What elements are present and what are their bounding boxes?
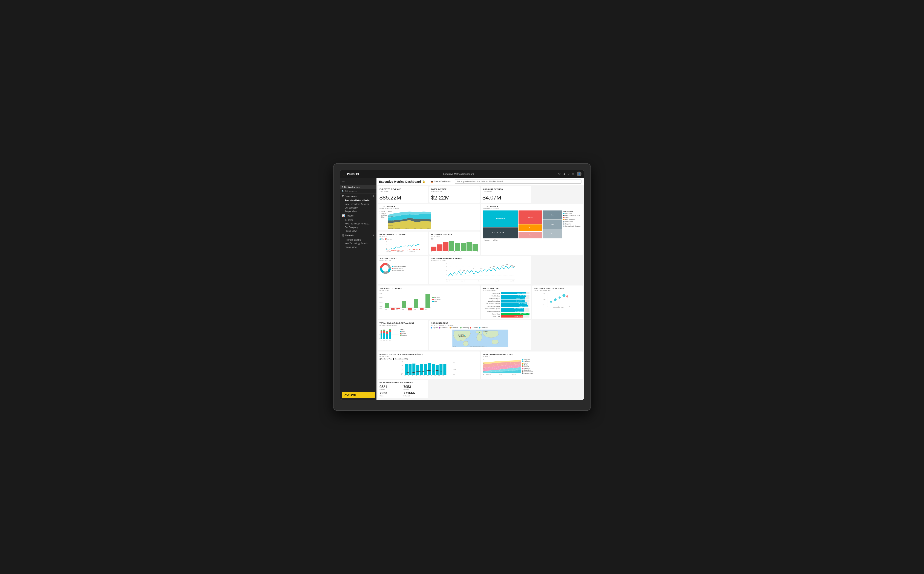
sidebar-item-new-tech-dataset[interactable]: New Technology Adoptio... [340,242,376,245]
svg-text:May 2015: May 2015 [486,374,491,375]
sidebar-item-new-technology[interactable]: New Technology Adoption [340,202,376,206]
tile-total-invoice-sub: Total Invoice BY SUB CATEGORY Hardware I… [481,204,583,255]
sidebar-item-people-view-report[interactable]: People View [340,229,376,233]
tile-feedback-trend-subtitle: AVERAGE SCORE [431,260,530,262]
svg-text:$0.08M: $0.08M [388,216,393,217]
dashboards-group[interactable]: ⊞ Dashboards + [340,194,376,199]
svg-text:Feb: Feb [404,375,406,376]
hamburger-icon[interactable]: ☰ [340,178,376,184]
help-icon[interactable]: ? [568,172,570,176]
mkt-unsub-legend: Unsubscribes [522,373,534,374]
tile-sub-title: Total Invoice [483,205,581,208]
sidebar-item-30dollar[interactable]: 30 dollar [340,218,376,222]
svg-text:average length of stay: average length of stay [553,307,564,308]
svg-text:8.25: 8.25 [459,270,461,271]
svg-text:7.16: 7.16 [489,267,491,268]
visits-bar-jun [420,364,423,375]
svg-text:$0.02M: $0.02M [388,224,393,226]
tiles-grid: Expected Revenue THIS YEAR $85.22M Total… [376,185,584,400]
visits-bar-jul [424,364,427,375]
settings-icon[interactable]: ⚙ [558,172,561,176]
sidebar-item-executive-metrics[interactable]: Executive Metrics Dashb... [340,199,376,202]
scatter-dot-3 [559,296,561,299]
tile-variance-title: Varience to Budget [379,287,478,289]
marketing-stats-chart: 40K 30K 20K 10K 0K May 2015 Jun 2015 Jul… [483,358,521,375]
inv-bar-4b [389,330,390,332]
add-dashboard-btn[interactable]: + [373,194,374,197]
donut-chart [379,262,391,274]
variance-bar-total [425,294,430,308]
treemap-contracting: Con. [543,229,562,238]
avatar[interactable]: 👤 [577,172,581,176]
share-button[interactable]: 📤 Share Dashboard [429,180,453,183]
visits-bar-mar [408,364,411,375]
grid-icon[interactable]: ⊞ [343,172,345,176]
svg-text:Aug: Aug [427,375,428,376]
svg-text:March: March [406,227,409,229]
tile-cust-size-subtitle: CUSTOMER GROUP [534,289,581,291]
traffic-hits-legend: Hits [379,238,384,240]
svg-text:4: 4 [446,274,447,276]
inv-bar-2c [383,330,385,331]
inv-cat-label: Categ... [400,329,407,330]
get-data-button[interactable]: ↗ Get Data [342,392,375,398]
datasets-group[interactable]: 🗄 Datasets + [340,233,376,238]
sidebar-item-our-company-report[interactable]: Our Company [340,226,376,229]
visits-chart: 0.8M 0.6M 0.4M 0.2M 0M $1K $0.5K $0K [379,360,478,376]
svg-text:EURO: EURO [483,331,488,332]
reports-group[interactable]: 📊 Reports [340,213,376,218]
feedback-icon[interactable]: ☺ [571,172,575,176]
mkt-blocked-legend: Blocked [522,366,534,367]
bar-7 [466,242,472,251]
inv-bar-1a [381,333,382,339]
world-map: NORTH AMERICA EURO bing [431,330,530,348]
sidebar-item-new-tech-report[interactable]: New Technology Adoptio... [340,222,376,226]
tile-visits-title: Number of Visits, Expenditures ($Mil) [379,353,478,355]
bar-4 [449,241,455,251]
variance-decrease-legend: Decrease [432,299,441,300]
sidebar-item-people-dataset[interactable]: People View [340,245,376,249]
variance-increase-legend: Increase [432,296,441,298]
tile-expected-revenue-title: Expected Revenue [379,188,427,190]
treemap-approv: App. [518,232,542,239]
svg-text:June: June [427,227,430,229]
tile-sales-pipeline: Sales Pipeline BY STAGENAME Prospecting … [481,285,531,319]
inv-logist-legend: Logist... [400,334,407,336]
svg-text:$20K: $20K [379,306,383,307]
svg-text:NORTH: NORTH [458,334,464,336]
svg-text:7.43: 7.43 [480,268,482,270]
inv-bar-3a [386,334,388,339]
tile-sub-subtitle: BY SUB CATEGORY [483,208,581,210]
reports-icon: 📊 [342,214,345,217]
tile-variance-budget: Varience to Budget BY MONTH $50K $40K $3… [378,285,480,319]
svg-text:May: May [420,227,422,229]
svg-text:May 17: May 17 [446,280,450,282]
download-icon[interactable]: ⬇ [563,172,565,176]
treemap-hardware: Hardware [483,210,518,227]
treemap-indirect-goods: Indirect Goods & Services [483,227,518,238]
lock-icon: 🔒 [422,180,425,183]
add-dataset-btn[interactable]: + [373,234,374,237]
visits-exp-legend: Expenditures ($Mil) [393,358,408,360]
laptop-frame: ⊞ Power BI Executive Metrics Dashboard ⚙… [333,163,591,411]
workspace-chevron: ▾ [342,186,343,188]
svg-text:10K: 10K [483,371,485,372]
filter-input[interactable] [345,190,375,192]
inv-bar-2b [383,331,385,333]
tile-traffic-title: Marketing Site Traffic [379,233,427,235]
qa-input[interactable] [455,180,581,184]
sidebar-item-people-view[interactable]: People View [340,210,376,213]
svg-text:May: May [389,340,390,341]
tile-inv-budget-subtitle: BY MONTH CATEGORY [379,324,427,326]
sidebar-item-our-company[interactable]: Our company [340,206,376,210]
score-7: 7 [471,251,472,252]
legend-indirect-goods: Indirect Goods & Serv... [563,214,581,216]
sidebar-item-financial[interactable]: Financial Sample [340,238,376,242]
my-workspace-header[interactable]: ▾ My Workspace [340,184,376,189]
svg-text:May: May [416,375,417,376]
kpi-discount: $4.07M [483,194,530,201]
tile-feedback-ratings: Feedback Ratings BY SCORE 200 [429,232,480,255]
svg-text:Feb: Feb [390,309,393,310]
pipeline-row-closed-won: Closed Won $66,112,010.00 [483,313,530,315]
svg-text:© 2015 Microsoft Corporation ©: © 2015 Microsoft Corporation © 2015 HERE [469,346,486,347]
